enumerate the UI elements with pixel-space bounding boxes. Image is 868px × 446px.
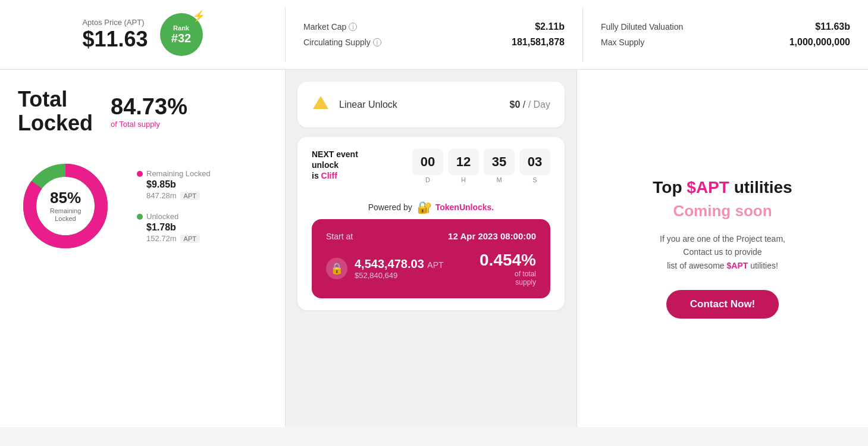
market-cap-value: $2.11b xyxy=(535,21,565,32)
token-unlocks-logo: 🔐 TokenUnlocks. xyxy=(417,200,494,214)
left-panel: Total Locked 84.73% of Total supply 85% xyxy=(0,70,286,427)
next-event-header: NEXT event unlock is Cliff 00 D 12 H xyxy=(312,149,550,183)
countdown-days-value: 00 xyxy=(412,149,443,175)
countdown-minutes: 35 M xyxy=(484,149,515,183)
token-unlocks-name: TokenUnlocks. xyxy=(435,202,494,212)
chart-legend-row: 85% Remaining Locked Remaining Locked $9… xyxy=(18,158,267,254)
price-label: Aptos Price (APT) xyxy=(82,18,148,27)
circulating-supply-label: Circulating Supply i xyxy=(303,38,381,47)
linear-unlock-value: $0 / / Day xyxy=(510,99,550,110)
remaining-locked-label: Remaining Locked xyxy=(137,169,211,178)
rank-badge: ⚡ Rank #32 xyxy=(160,13,203,56)
token-unlocks-icon: 🔐 xyxy=(417,200,432,214)
cliff-card-amount-row: 🔒 4,543,478.03 APT $52,840,649 0.454% of… xyxy=(326,251,536,286)
start-at-label: Start at xyxy=(326,232,353,241)
donut-center: 85% Remaining Locked xyxy=(50,189,82,223)
remaining-locked-usd: $9.85b xyxy=(137,179,211,190)
powered-by: Powered by 🔐 TokenUnlocks. xyxy=(312,195,550,219)
market-cap-label: Market Cap i xyxy=(303,22,357,32)
total-locked-pct: 84.73% of Total supply xyxy=(111,94,187,129)
countdown-days-label: D xyxy=(425,176,430,183)
total-locked-title: Total Locked xyxy=(18,88,93,135)
countdown-hours-label: H xyxy=(461,176,466,183)
rank-number: #32 xyxy=(171,32,191,45)
right-panel: Top $APT utilities Coming soon If you ar… xyxy=(577,70,868,427)
remaining-locked-apt: 847.28m APT xyxy=(137,191,211,200)
countdown-days: 00 D xyxy=(412,149,443,183)
donut-chart: 85% Remaining Locked xyxy=(18,158,113,254)
remaining-apt-badge: APT xyxy=(180,192,200,200)
fdv-section: Fully Diluted Valuation $11.63b Max Supp… xyxy=(583,7,868,62)
donut-label: Remaining Locked xyxy=(50,208,82,223)
price-section: Aptos Price (APT) $11.63 ⚡ Rank #32 xyxy=(0,7,286,62)
countdown-seconds-value: 03 xyxy=(519,149,550,175)
cliff-percentage: 0.454% of total supply xyxy=(480,251,536,286)
total-locked-pct-label: of Total supply xyxy=(111,120,187,129)
max-supply-value: 1,000,000,000 xyxy=(789,37,850,48)
donut-pct: 85% xyxy=(50,189,82,208)
max-supply-row: Max Supply 1,000,000,000 xyxy=(601,35,850,50)
price-info: Aptos Price (APT) $11.63 xyxy=(82,18,148,52)
unlocked-apt-badge: APT xyxy=(180,235,200,243)
unlocked-dot xyxy=(137,214,143,220)
market-section: Market Cap i $2.11b Circulating Supply i… xyxy=(286,7,583,62)
circulating-supply-info-icon[interactable]: i xyxy=(373,38,381,46)
countdown-seconds-label: S xyxy=(532,176,537,183)
remaining-locked-dot xyxy=(137,171,143,177)
circulating-supply-row: Circulating Supply i 181,581,878 xyxy=(303,35,565,50)
main-content: Total Locked 84.73% of Total supply 85% xyxy=(0,70,868,427)
remaining-locked-legend: Remaining Locked $9.85b 847.28m APT xyxy=(137,169,211,200)
contact-now-button[interactable]: Contact Now! xyxy=(666,290,779,319)
svg-marker-2 xyxy=(313,96,328,109)
cliff-tokens: 4,543,478.03 APT xyxy=(355,257,472,271)
cliff-lock-icon: 🔒 xyxy=(326,258,347,279)
unlocked-usd: $1.78b xyxy=(137,222,211,233)
price-value: $11.63 xyxy=(82,27,148,52)
linear-unlock-label: Linear Unlock xyxy=(339,99,500,110)
market-cap-row: Market Cap i $2.11b xyxy=(303,19,565,35)
lightning-icon: ⚡ xyxy=(192,10,205,23)
middle-panel: Linear Unlock $0 / / Day NEXT event unlo… xyxy=(286,70,577,427)
total-locked-header: Total Locked 84.73% of Total supply xyxy=(18,88,267,135)
rank-label: Rank xyxy=(173,24,189,32)
countdown-boxes: 00 D 12 H 35 M 03 S xyxy=(368,149,550,183)
circulating-supply-value: 181,581,878 xyxy=(512,37,565,48)
countdown-minutes-label: M xyxy=(496,176,502,183)
countdown-hours: 12 H xyxy=(448,149,479,183)
cliff-amount: 4,543,478.03 APT $52,840,649 xyxy=(355,257,472,280)
unlocked-label: Unlocked xyxy=(137,212,211,221)
header-bar: Aptos Price (APT) $11.63 ⚡ Rank #32 Mark… xyxy=(0,0,868,70)
fdv-label: Fully Diluted Valuation xyxy=(601,22,683,32)
max-supply-label: Max Supply xyxy=(601,38,644,47)
cliff-card-start-row: Start at 12 Apr 2023 08:00:00 xyxy=(326,231,536,241)
cliff-pct-value: 0.454% xyxy=(480,251,536,270)
legend: Remaining Locked $9.85b 847.28m APT Unlo… xyxy=(137,169,211,243)
next-event-card: NEXT event unlock is Cliff 00 D 12 H xyxy=(297,137,565,310)
coming-soon: Coming soon xyxy=(673,202,772,220)
market-cap-info-icon[interactable]: i xyxy=(349,23,357,31)
unlocked-apt: 152.72m APT xyxy=(137,234,211,243)
countdown-hours-value: 12 xyxy=(448,149,479,175)
fdv-row: Fully Diluted Valuation $11.63b xyxy=(601,19,850,35)
total-locked-pct-value: 84.73% xyxy=(111,94,187,120)
cliff-usd: $52,840,649 xyxy=(355,271,472,280)
unlocked-legend: Unlocked $1.78b 152.72m APT xyxy=(137,212,211,243)
cliff-pct-label: of total supply xyxy=(480,270,536,286)
utilities-description: If you are one of the Project team, Cont… xyxy=(660,232,785,272)
utilities-title: Top $APT utilities xyxy=(653,178,792,197)
countdown-seconds: 03 S xyxy=(519,149,550,183)
cliff-event-card: Start at 12 Apr 2023 08:00:00 🔒 4,543,47… xyxy=(312,219,550,298)
linear-unlock-icon xyxy=(312,93,330,116)
fdv-value: $11.63b xyxy=(815,21,850,32)
linear-unlock-card: Linear Unlock $0 / / Day xyxy=(297,82,565,127)
countdown-minutes-value: 35 xyxy=(484,149,515,175)
start-at-date: 12 Apr 2023 08:00:00 xyxy=(448,231,536,241)
next-event-label: NEXT event unlock is Cliff xyxy=(312,149,358,182)
